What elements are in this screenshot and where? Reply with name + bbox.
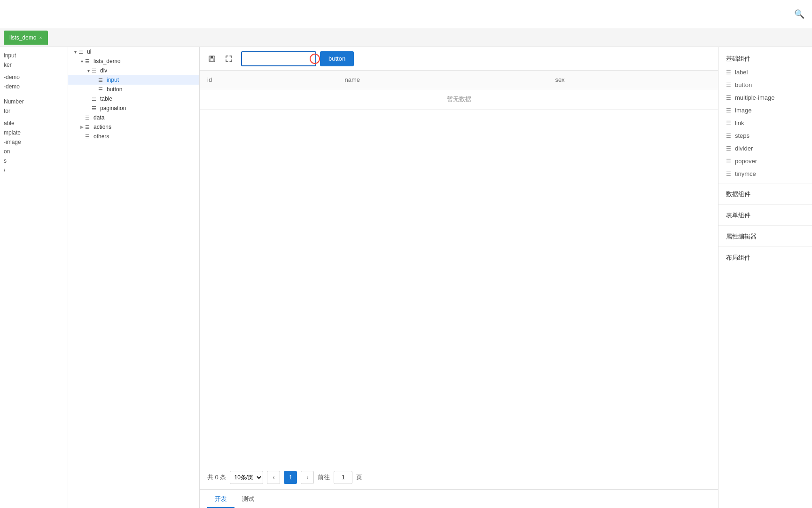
tree-label-table: table <box>100 95 112 102</box>
left-sidebar-item[interactable]: -demo <box>0 72 68 82</box>
left-sidebar-item[interactable]: tor <box>0 106 68 116</box>
list-icon-multiple-image: ☰ <box>726 95 731 101</box>
svg-rect-2 <box>210 59 214 61</box>
tree-node-actions[interactable]: ▶ ☰ actions <box>68 122 199 132</box>
section-title-data: 数据组件 <box>718 186 812 201</box>
tree-arrow-lists-demo: ▾ <box>78 59 85 64</box>
right-item-image-text: image <box>735 107 751 114</box>
section-title-form: 表单组件 <box>718 207 812 222</box>
goto-input[interactable] <box>334 471 352 484</box>
left-sidebar-item[interactable]: on <box>0 147 68 156</box>
right-sidebar: 基础组件 ☰ label ☰ button ☰ multiple-image ☰… <box>718 47 812 508</box>
tree-label-lists-demo: lists_demo <box>94 58 120 64</box>
tree-node-button[interactable]: ☰ button <box>68 85 199 94</box>
list-icon-tinymce: ☰ <box>726 171 731 177</box>
tab-bar: lists_demo × <box>0 28 812 47</box>
list-icon-button: ☰ <box>726 82 731 88</box>
right-divider-3 <box>718 225 812 226</box>
section-title-layout: 布局组件 <box>718 250 812 265</box>
current-page-button[interactable]: 1 <box>284 471 297 484</box>
right-item-steps-text: steps <box>735 132 750 139</box>
tree-arrow-div: ▾ <box>85 68 92 73</box>
data-table: id name sex 暂无数据 <box>200 71 718 110</box>
left-sidebar-item[interactable]: ker <box>0 60 68 70</box>
column-name: name <box>337 71 547 89</box>
tab-test[interactable]: 测试 <box>234 491 262 508</box>
right-item-link[interactable]: ☰ link <box>718 117 812 129</box>
save-icon-button[interactable] <box>205 52 219 65</box>
tree-node-pagination[interactable]: ☰ pagination <box>68 103 199 113</box>
column-sex: sex <box>547 71 718 89</box>
tree-node-table[interactable]: ☰ table <box>68 94 199 103</box>
tree-node-data[interactable]: ☰ data <box>68 113 199 122</box>
tree-label-others: others <box>94 133 109 140</box>
tab-lists-demo[interactable]: lists_demo × <box>4 31 48 45</box>
toolbar: button <box>200 47 718 71</box>
tree-node-lists-demo[interactable]: ▾ ☰ lists_demo <box>68 56 199 66</box>
right-divider-2 <box>718 204 812 205</box>
search-icon[interactable]: 🔍 <box>794 9 804 19</box>
tree-arrow-actions: ▶ <box>78 125 85 129</box>
left-sidebar-item[interactable]: Number <box>0 97 68 106</box>
tree-icon-data: ☰ <box>85 115 94 121</box>
tree-icon-lists-demo: ☰ <box>85 58 94 64</box>
right-item-popover[interactable]: ☰ popover <box>718 155 812 167</box>
section-title-basic: 基础组件 <box>718 51 812 66</box>
left-sidebar-item[interactable]: able <box>0 119 68 128</box>
left-sidebar-item[interactable]: / <box>0 166 68 175</box>
left-sidebar-item[interactable]: mplate <box>0 128 68 137</box>
right-item-image[interactable]: ☰ image <box>718 104 812 117</box>
tree-label-actions: actions <box>94 124 111 130</box>
tree-icon-div: ☰ <box>92 68 100 74</box>
pagination-bar: 共 0 条 10条/页 20条/页 50条/页 ‹ 1 › 前往 页 <box>200 465 718 489</box>
section-title-attr-editor: 属性编辑器 <box>718 229 812 244</box>
right-item-divider-text: divider <box>735 145 753 152</box>
left-sidebar-item[interactable]: s <box>0 156 68 166</box>
tree-label-pagination: pagination <box>100 105 126 111</box>
right-item-label[interactable]: ☰ label <box>718 66 812 79</box>
tree-node-ui[interactable]: ▾ ☰ ui <box>68 47 199 56</box>
toolbar-icons <box>205 52 235 65</box>
right-item-tinymce[interactable]: ☰ tinymce <box>718 167 812 180</box>
prev-page-button[interactable]: ‹ <box>267 471 280 484</box>
tree-label-div: div <box>100 67 107 74</box>
page-label: 页 <box>356 473 362 482</box>
tree-icon-actions: ☰ <box>85 124 94 130</box>
tree-icon-input: ☰ <box>98 77 107 83</box>
table-area: id name sex 暂无数据 <box>200 71 718 465</box>
tree-icon-table: ☰ <box>92 96 100 102</box>
tree-label-ui: ui <box>87 48 91 55</box>
tree-node-others[interactable]: ☰ others <box>68 132 199 141</box>
left-sidebar-item[interactable]: -image <box>0 137 68 147</box>
next-page-button[interactable]: › <box>301 471 314 484</box>
right-item-steps[interactable]: ☰ steps <box>718 129 812 142</box>
search-input[interactable] <box>241 51 316 66</box>
button-button[interactable]: button <box>320 51 354 66</box>
tree-node-div[interactable]: ▾ ☰ div <box>68 66 199 75</box>
tab-label: lists_demo <box>9 34 36 41</box>
right-item-multiple-image[interactable]: ☰ multiple-image <box>718 91 812 104</box>
right-item-divider[interactable]: ☰ divider <box>718 142 812 155</box>
expand-icon-button[interactable] <box>222 52 235 65</box>
top-bar: 🔍 <box>0 0 812 28</box>
right-item-link-text: link <box>735 119 744 127</box>
right-item-popover-text: popover <box>735 158 757 165</box>
list-icon-image: ☰ <box>726 107 731 114</box>
page-size-select[interactable]: 10条/页 20条/页 50条/页 <box>230 471 263 484</box>
left-sidebar-item[interactable]: input <box>0 51 68 60</box>
tree-arrow-ui: ▾ <box>72 49 78 55</box>
right-divider-4 <box>718 246 812 247</box>
tab-close-button[interactable]: × <box>39 35 42 40</box>
tab-dev[interactable]: 开发 <box>207 491 234 508</box>
tree-node-input[interactable]: ☰ input <box>68 75 199 85</box>
left-sidebar: input ker -demo -demo Number tor able mp… <box>0 47 68 508</box>
left-sidebar-item[interactable]: -demo <box>0 82 68 91</box>
right-item-button-text: button <box>735 81 752 88</box>
right-item-tinymce-text: tinymce <box>735 170 756 177</box>
right-item-button[interactable]: ☰ button <box>718 79 812 91</box>
tree-label-data: data <box>94 114 104 121</box>
goto-label: 前往 <box>318 473 330 482</box>
right-divider-1 <box>718 183 812 183</box>
list-icon-steps: ☰ <box>726 133 731 139</box>
tree-icon-button: ☰ <box>98 87 107 93</box>
